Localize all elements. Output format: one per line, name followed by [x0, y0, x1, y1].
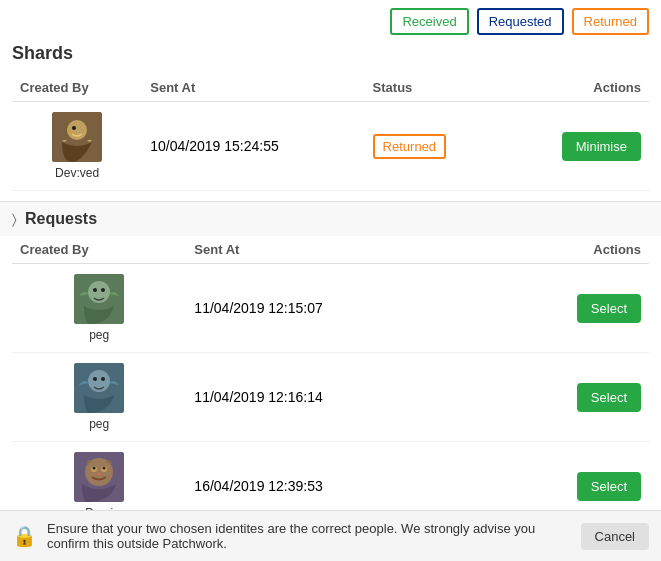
requests-col-actions: Actions [484, 236, 649, 264]
request-user-cell-0: peg [12, 264, 186, 353]
shards-section: Shards Created By Sent At Status Actions [0, 43, 661, 191]
request-actions-0: Select [484, 264, 649, 353]
requests-table: Created By Sent At Actions [12, 236, 649, 531]
request-user-1: peg [20, 363, 178, 431]
request-username-0: peg [89, 328, 109, 342]
requests-header: 〉 Requests [0, 201, 661, 236]
legend-requested: Requested [477, 8, 564, 35]
notification-text: Ensure that your two chosen identites ar… [47, 521, 571, 551]
requests-section: 〉 Requests Created By Sent At Actions [0, 201, 661, 531]
lock-icon: 🔒 [12, 524, 37, 548]
select-button-0[interactable]: Select [577, 294, 641, 323]
shards-username: Dev:ved [55, 166, 99, 180]
select-button-2[interactable]: Select [577, 472, 641, 501]
avatar [74, 274, 124, 324]
svg-point-16 [103, 467, 106, 470]
shards-title: Shards [12, 43, 649, 64]
request-user-cell-1: peg [12, 353, 186, 442]
table-row: peg 11/04/2019 12:15:07 Select [12, 264, 649, 353]
minimise-button[interactable]: Minimise [562, 132, 641, 161]
shards-col-actions: Actions [502, 74, 649, 102]
request-actions-1: Select [484, 353, 649, 442]
request-username-1: peg [89, 417, 109, 431]
legend-bar: Received Requested Returned [0, 0, 661, 43]
status-badge: Returned [373, 134, 446, 159]
svg-point-10 [101, 377, 105, 381]
legend-returned: Returned [572, 8, 649, 35]
requests-col-sent-at: Sent At [186, 236, 484, 264]
requests-table-wrap: Created By Sent At Actions [0, 236, 661, 531]
svg-point-17 [97, 473, 101, 476]
shards-user: Dev:ved [20, 112, 134, 180]
svg-point-9 [93, 377, 97, 381]
notification-bar: 🔒 Ensure that your two chosen identites … [0, 510, 661, 561]
avatar [74, 452, 124, 502]
requests-col-created-by: Created By [12, 236, 186, 264]
svg-point-15 [93, 467, 96, 470]
table-row: peg 11/04/2019 12:16:14 Select [12, 353, 649, 442]
shards-status: Returned [365, 102, 503, 191]
shards-actions: Minimise [502, 102, 649, 191]
shards-col-sent-at: Sent At [142, 74, 364, 102]
request-user-0: peg [20, 274, 178, 342]
shards-user-cell: Dev:ved [12, 102, 142, 191]
legend-received: Received [390, 8, 468, 35]
table-row: Dev:ved 10/04/2019 15:24:55 Returned Min… [12, 102, 649, 191]
request-sent-at-0: 11/04/2019 12:15:07 [186, 264, 484, 353]
cancel-button[interactable]: Cancel [581, 523, 649, 550]
request-sent-at-1: 11/04/2019 12:16:14 [186, 353, 484, 442]
svg-point-1 [67, 120, 87, 140]
svg-point-2 [72, 126, 76, 130]
shards-sent-at: 10/04/2019 15:24:55 [142, 102, 364, 191]
avatar [74, 363, 124, 413]
select-button-1[interactable]: Select [577, 383, 641, 412]
shards-col-status: Status [365, 74, 503, 102]
shards-col-created-by: Created By [12, 74, 142, 102]
avatar [52, 112, 102, 162]
shards-table: Created By Sent At Status Actions [12, 74, 649, 191]
main-container: Received Requested Returned Shards Creat… [0, 0, 661, 531]
svg-point-6 [101, 288, 105, 292]
requests-title: Requests [25, 210, 97, 228]
svg-point-5 [93, 288, 97, 292]
expand-arrow-icon[interactable]: 〉 [12, 211, 17, 228]
